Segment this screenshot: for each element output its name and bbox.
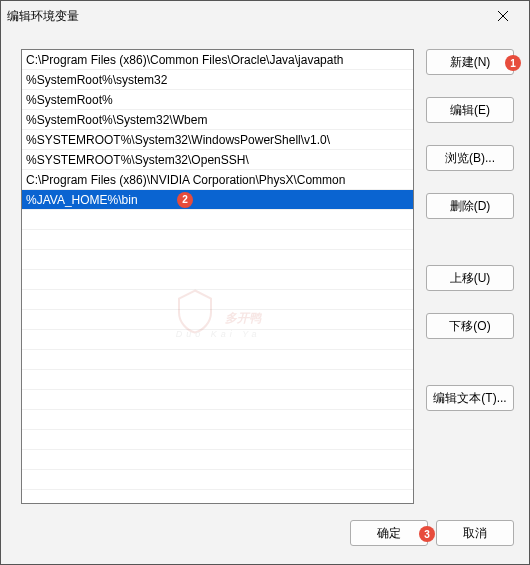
- list-item[interactable]: [22, 390, 413, 410]
- move-up-label: 上移(U): [450, 270, 491, 287]
- list-item[interactable]: %SystemRoot%: [22, 90, 413, 110]
- list-item[interactable]: C:\Program Files (x86)\NVIDIA Corporatio…: [22, 170, 413, 190]
- list-item[interactable]: [22, 430, 413, 450]
- annotation-badge-1: 1: [505, 55, 521, 71]
- close-button[interactable]: [483, 1, 523, 31]
- edit-text-button[interactable]: 编辑文本(T)...: [426, 385, 514, 411]
- list-item[interactable]: [22, 370, 413, 390]
- dialog-footer: 确定 3 取消: [1, 514, 529, 564]
- edit-button-label: 编辑(E): [450, 102, 490, 119]
- list-item[interactable]: %SYSTEMROOT%\System32\WindowsPowerShell\…: [22, 130, 413, 150]
- list-item[interactable]: %SystemRoot%\system32: [22, 70, 413, 90]
- annotation-badge-2: 2: [177, 192, 193, 208]
- dialog-content: 多开鸭 Duo Kai Ya C:\Program Files (x86)\Co…: [1, 31, 529, 514]
- edit-button[interactable]: 编辑(E): [426, 97, 514, 123]
- list-item[interactable]: [22, 330, 413, 350]
- button-column: 新建(N) 1 编辑(E) 浏览(B)... 删除(D) 上移(U) 下移(O)…: [426, 49, 514, 504]
- list-item[interactable]: [22, 250, 413, 270]
- edit-text-label: 编辑文本(T)...: [433, 390, 506, 407]
- cancel-button[interactable]: 取消: [436, 520, 514, 546]
- path-listbox[interactable]: 多开鸭 Duo Kai Ya C:\Program Files (x86)\Co…: [21, 49, 414, 504]
- delete-button[interactable]: 删除(D): [426, 193, 514, 219]
- list-item[interactable]: C:\Program Files (x86)\Common Files\Orac…: [22, 50, 413, 70]
- list-item[interactable]: [22, 210, 413, 230]
- new-button[interactable]: 新建(N) 1: [426, 49, 514, 75]
- title-bar: 编辑环境变量: [1, 1, 529, 31]
- ok-button-label: 确定: [377, 525, 401, 542]
- list-item[interactable]: [22, 270, 413, 290]
- list-item[interactable]: [22, 350, 413, 370]
- list-item[interactable]: [22, 450, 413, 470]
- browse-button[interactable]: 浏览(B)...: [426, 145, 514, 171]
- annotation-badge-3: 3: [419, 526, 435, 542]
- dialog-window: 编辑环境变量 多开鸭 Duo Kai Ya C:\Program Files (…: [0, 0, 530, 565]
- list-item[interactable]: %SystemRoot%\System32\Wbem: [22, 110, 413, 130]
- list-item[interactable]: %SYSTEMROOT%\System32\OpenSSH\: [22, 150, 413, 170]
- delete-button-label: 删除(D): [450, 198, 491, 215]
- cancel-button-label: 取消: [463, 525, 487, 542]
- list-item[interactable]: [22, 410, 413, 430]
- new-button-label: 新建(N): [450, 54, 491, 71]
- move-up-button[interactable]: 上移(U): [426, 265, 514, 291]
- browse-button-label: 浏览(B)...: [445, 150, 495, 167]
- list-item[interactable]: [22, 470, 413, 490]
- list-item[interactable]: [22, 230, 413, 250]
- ok-button[interactable]: 确定 3: [350, 520, 428, 546]
- window-title: 编辑环境变量: [7, 8, 483, 25]
- move-down-label: 下移(O): [449, 318, 490, 335]
- move-down-button[interactable]: 下移(O): [426, 313, 514, 339]
- list-item[interactable]: [22, 310, 413, 330]
- list-item[interactable]: [22, 290, 413, 310]
- close-icon: [498, 11, 508, 21]
- list-item[interactable]: %JAVA_HOME%\bin2: [22, 190, 413, 210]
